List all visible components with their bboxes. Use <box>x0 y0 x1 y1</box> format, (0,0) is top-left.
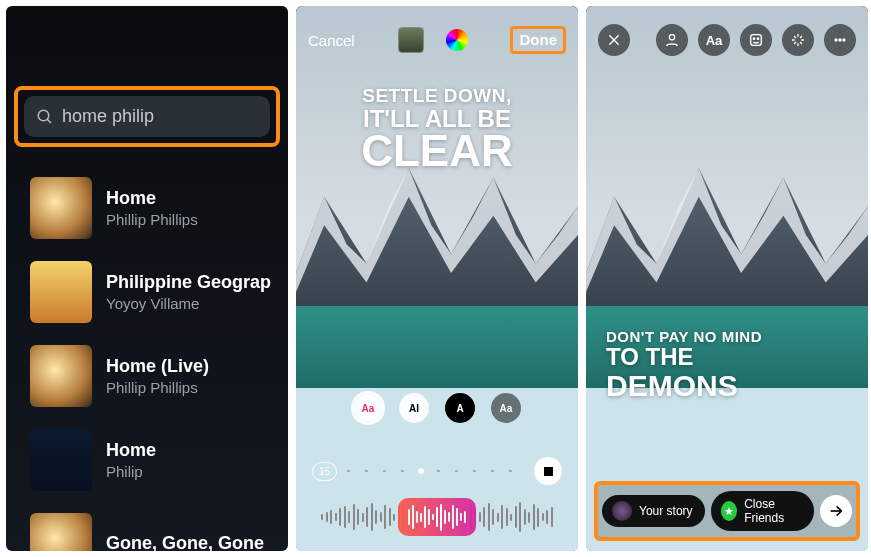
result-title: Philippine Geograp <box>106 272 271 293</box>
result-artist: Yoyoy Villame <box>106 295 271 312</box>
search-result[interactable]: Philippine Geograp Yoyoy Villame <box>30 250 288 334</box>
clip-duration-button[interactable]: 15 <box>312 462 337 481</box>
arrow-right-icon <box>828 503 844 519</box>
svg-point-8 <box>835 39 837 41</box>
album-art <box>30 513 92 551</box>
svg-point-6 <box>753 38 754 39</box>
result-artist: Phillip Phillips <box>106 211 198 228</box>
svg-point-9 <box>839 39 841 41</box>
svg-rect-5 <box>751 35 762 46</box>
avatar <box>612 501 632 521</box>
lyric-line: TO THE <box>606 344 762 369</box>
person-icon <box>664 32 680 48</box>
close-button[interactable] <box>598 24 630 56</box>
album-art <box>30 177 92 239</box>
text-tool-button[interactable]: Aa <box>698 24 730 56</box>
result-title: Gone, Gone, Gone <box>106 533 264 552</box>
music-lyrics-editor-screen: Cancel Done SETTLE DOWN, IT'LL ALL BE CL… <box>296 6 578 551</box>
audio-waveform[interactable] <box>296 495 578 539</box>
story-background <box>586 6 868 551</box>
color-picker-button[interactable] <box>446 29 468 51</box>
selected-clip-region[interactable] <box>398 498 476 536</box>
your-story-button[interactable]: Your story <box>602 495 705 527</box>
timeline-track[interactable] <box>347 470 524 472</box>
lyrics-overlay[interactable]: SETTLE DOWN, IT'LL ALL BE CLEAR <box>296 86 578 173</box>
search-results-list: Home Phillip Phillips Philippine Geograp… <box>30 166 288 551</box>
search-result[interactable]: Home (Live) Phillip Phillips <box>30 334 288 418</box>
close-friends-label: Close Friends <box>744 497 804 525</box>
story-share-screen: Aa DON'T PAY NO MIND TO THE DEMONS Your … <box>586 6 868 551</box>
lyric-line: DEMONS <box>606 370 762 402</box>
share-row-highlight: Your story ★ Close Friends <box>594 481 860 541</box>
done-highlight-box: Done <box>510 26 566 54</box>
lyrics-overlay[interactable]: DON'T PAY NO MIND TO THE DEMONS <box>606 329 762 401</box>
story-top-bar: Aa <box>586 24 868 56</box>
result-artist: Philip <box>106 463 156 480</box>
svg-point-7 <box>757 38 758 39</box>
album-art <box>30 429 92 491</box>
search-icon <box>36 108 54 126</box>
search-result[interactable]: Home Phillip Phillips <box>30 166 288 250</box>
send-button[interactable] <box>820 495 852 527</box>
result-artist: Phillip Phillips <box>106 379 209 396</box>
sticker-button[interactable] <box>740 24 772 56</box>
result-title: Home <box>106 188 198 209</box>
search-highlight-box: home philip <box>14 86 280 147</box>
result-title: Home (Live) <box>106 356 209 377</box>
lyric-line: SETTLE DOWN, <box>296 86 578 105</box>
your-story-label: Your story <box>639 504 693 518</box>
svg-point-4 <box>669 35 674 40</box>
sparkle-icon <box>790 32 806 48</box>
sticker-icon <box>748 32 764 48</box>
svg-line-1 <box>47 119 51 123</box>
lyric-line: DON'T PAY NO MIND <box>606 329 762 345</box>
more-button[interactable] <box>824 24 856 56</box>
result-title: Home <box>106 440 156 461</box>
search-input[interactable]: home philip <box>24 96 270 137</box>
effects-button[interactable] <box>782 24 814 56</box>
album-thumbnail[interactable] <box>398 27 424 53</box>
stop-button[interactable] <box>534 457 562 485</box>
star-icon: ★ <box>721 501 737 521</box>
music-search-screen: home philip Home Phillip Phillips Philip… <box>6 6 288 551</box>
lyric-style-option[interactable]: Aa <box>491 393 521 423</box>
audience-button[interactable] <box>656 24 688 56</box>
search-result[interactable]: Home Philip <box>30 418 288 502</box>
lyric-style-selector: Aa AI A Aa <box>296 393 578 423</box>
lyric-style-option[interactable]: AI <box>399 393 429 423</box>
album-art <box>30 345 92 407</box>
search-query-text: home philip <box>62 106 154 127</box>
svg-point-0 <box>38 110 49 121</box>
svg-point-10 <box>843 39 845 41</box>
cancel-button[interactable]: Cancel <box>308 32 355 49</box>
editor-top-bar: Cancel Done <box>296 26 578 54</box>
lyric-line: CLEAR <box>296 129 578 173</box>
done-button[interactable]: Done <box>519 31 557 48</box>
lyric-style-option[interactable]: A <box>445 393 475 423</box>
close-friends-button[interactable]: ★ Close Friends <box>711 491 814 531</box>
close-icon <box>606 32 622 48</box>
album-art <box>30 261 92 323</box>
lyric-style-option[interactable]: Aa <box>353 393 383 423</box>
search-result[interactable]: Gone, Gone, Gone <box>30 502 288 551</box>
dots-icon <box>832 32 848 48</box>
audio-trimmer-row: 15 <box>296 457 578 485</box>
